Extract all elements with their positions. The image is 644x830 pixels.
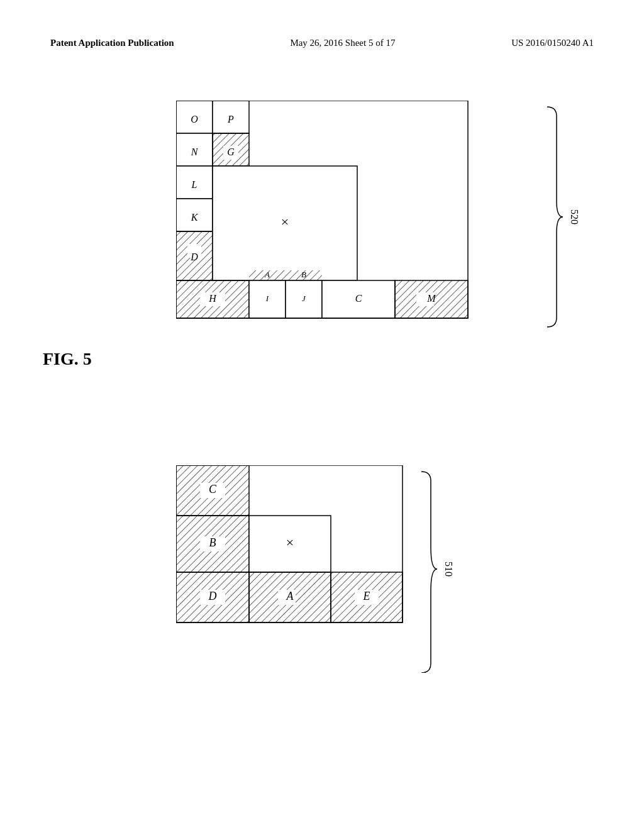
svg-text:G: G	[227, 147, 235, 157]
page: Patent Application Publication May 26, 2…	[0, 0, 644, 830]
diagram-520: O P N G G L F K E	[176, 101, 566, 333]
label-510: 510	[443, 562, 454, 577]
diagram-510-svg: C B × D A E	[176, 465, 415, 673]
svg-text:B: B	[209, 536, 216, 549]
svg-text:E: E	[363, 590, 370, 602]
bracket-510	[415, 465, 440, 673]
header-center: May 26, 2016 Sheet 5 of 17	[290, 38, 395, 48]
svg-text:C: C	[355, 293, 362, 304]
diagram-520-svg: O P N G G L F K E	[176, 101, 547, 333]
svg-text:B: B	[301, 270, 306, 279]
svg-text:H: H	[208, 293, 217, 304]
svg-text:O: O	[191, 114, 198, 124]
svg-text:N: N	[191, 147, 199, 157]
header-right: US 2016/0150240 A1	[511, 38, 594, 48]
svg-text:C: C	[209, 483, 217, 495]
label-520: 520	[569, 209, 580, 224]
svg-text:D: D	[190, 252, 198, 262]
header-left: Patent Application Publication	[50, 38, 174, 48]
header: Patent Application Publication May 26, 2…	[50, 38, 594, 48]
svg-text:A: A	[264, 270, 270, 279]
svg-text:D: D	[208, 590, 217, 602]
svg-text:×: ×	[281, 214, 289, 230]
svg-text:L: L	[191, 179, 197, 190]
bracket-520	[541, 101, 566, 333]
svg-text:×: ×	[286, 534, 294, 550]
fig-label: FIG. 5	[43, 349, 92, 369]
svg-text:A: A	[286, 590, 294, 602]
svg-text:K: K	[191, 212, 199, 223]
diagram-510: C B × D A E 510	[176, 465, 440, 673]
svg-text:I: I	[265, 294, 269, 303]
svg-text:M: M	[426, 293, 436, 304]
svg-text:P: P	[227, 114, 234, 124]
